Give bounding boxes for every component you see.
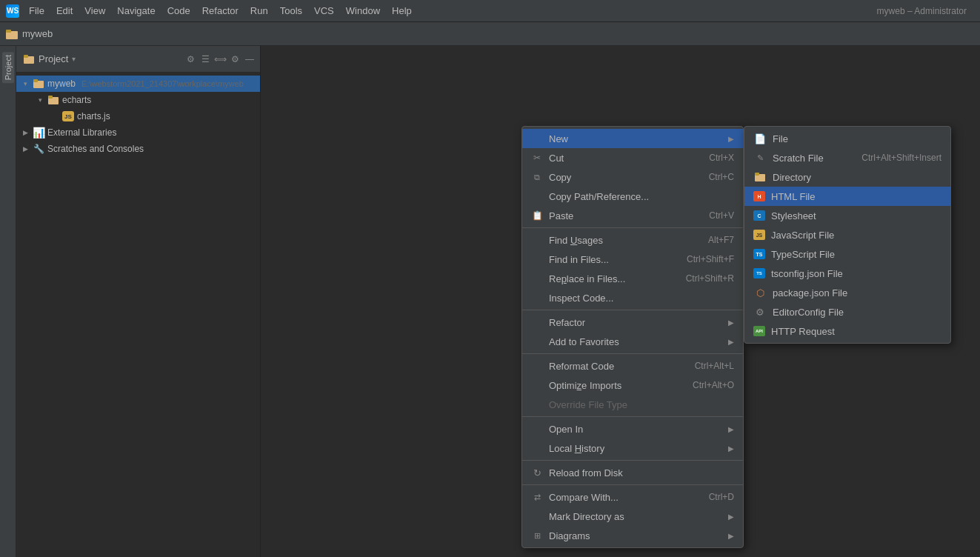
tree-item-scratches[interactable]: ▶ 🔧 Scratches and Consoles (16, 141, 260, 157)
menu-edit[interactable]: Edit (51, 3, 78, 19)
menu-vcs[interactable]: VCS (309, 3, 339, 19)
submenu-tsconfig[interactable]: TS tsconfig.json File (744, 264, 950, 283)
submenu-editorconfig[interactable]: ⚙ EditorConfig File (744, 302, 950, 321)
submenu-file[interactable]: 📄 File (744, 129, 950, 148)
panel-dropdown-button[interactable]: Project ▾ (21, 52, 79, 66)
submenu-js-label: JavaScript File (771, 230, 941, 241)
ctx-cut[interactable]: ✂ Cut Ctrl+X (522, 148, 743, 167)
ctx-inspect-icon (531, 292, 543, 304)
submenu-directory[interactable]: Directory (744, 167, 950, 187)
tree-item-myweb[interactable]: ▾ myweb E:\webstorm2021_214307\workplace… (16, 76, 260, 92)
gear-icon[interactable]: ⚙ (229, 53, 241, 65)
submenu-html[interactable]: H HTML File (744, 187, 950, 206)
menu-refactor[interactable]: Refactor (197, 3, 244, 19)
ctx-favorites[interactable]: Add to Favorites ▶ (522, 332, 743, 351)
ctx-paste[interactable]: 📋 Paste Ctrl+V (522, 206, 743, 225)
ctx-compare-label: Compare With... (549, 492, 703, 503)
ctx-refactor-label: Refactor (549, 317, 719, 328)
ctx-local-history-label: Local History (549, 443, 719, 454)
submenu-http-label: HTTP Request (771, 326, 941, 337)
submenu-editorconfig-icon: ⚙ (753, 305, 767, 318)
submenu-js[interactable]: JS JavaScript File (744, 225, 950, 244)
ctx-copy[interactable]: ⧉ Copy Ctrl+C (522, 167, 743, 187)
ctx-paste-icon: 📋 (531, 210, 543, 221)
ctx-reformat-shortcut: Ctrl+Alt+L (695, 361, 734, 371)
submenu-package[interactable]: ⬡ package.json File (744, 283, 950, 302)
ctx-replace-files-label: Replace in Files... (549, 273, 680, 284)
submenu-css[interactable]: C Stylesheet (744, 206, 950, 225)
ctx-reformat[interactable]: Reformat Code Ctrl+Alt+L (522, 356, 743, 376)
ctx-copy-path[interactable]: Copy Path/Reference... (522, 187, 743, 206)
submenu-html-label: HTML File (771, 191, 941, 202)
settings-icon[interactable]: ⚙ (184, 53, 196, 65)
menu-run[interactable]: Run (245, 3, 273, 19)
ctx-reformat-label: Reformat Code (549, 361, 689, 372)
menu-bar: File Edit View Navigate Code Refactor Ru… (24, 3, 873, 19)
submenu-scratch-shortcut: Ctrl+Alt+Shift+Insert (861, 153, 941, 163)
ctx-inspect-code[interactable]: Inspect Code... (522, 288, 743, 307)
submenu-file-label: File (773, 133, 941, 144)
ctx-refactor-arrow: ▶ (728, 318, 734, 327)
panel-title: Project (39, 53, 68, 64)
menu-file[interactable]: File (24, 3, 50, 19)
ctx-replace-files[interactable]: Replace in Files... Ctrl+Shift+R (522, 269, 743, 288)
ctx-open-in[interactable]: Open In ▶ (522, 419, 743, 438)
main-layout: Project Project ▾ ⚙ ☰ ⟺ ⚙ — ▾ (0, 46, 980, 557)
ctx-diagrams[interactable]: ⊞ Diagrams ▶ (522, 526, 743, 545)
ctx-compare-icon: ⇄ (531, 491, 543, 503)
menu-tools[interactable]: Tools (275, 3, 307, 19)
menu-view[interactable]: View (79, 3, 110, 19)
myweb-folder-icon (33, 78, 44, 90)
echarts-folder-icon (47, 94, 59, 106)
menu-code[interactable]: Code (162, 3, 196, 19)
context-menu: New ▶ ✂ Cut Ctrl+X ⧉ Copy Ctrl+C Copy Pa… (521, 126, 744, 548)
project-title: myweb (22, 28, 53, 39)
ctx-favorites-label: Add to Favorites (549, 336, 719, 347)
minimize-icon[interactable]: — (244, 53, 256, 65)
ctx-new[interactable]: New ▶ (522, 129, 743, 148)
side-tab-label[interactable]: Project (2, 52, 14, 83)
submenu-scratch[interactable]: ✎ Scratch File Ctrl+Alt+Shift+Insert (744, 148, 950, 167)
app-logo: WS (6, 4, 19, 18)
menu-help[interactable]: Help (387, 3, 417, 19)
ctx-sep-4 (522, 416, 743, 417)
submenu-ts[interactable]: TS TypeScript File (744, 244, 950, 264)
collapse-icon[interactable]: ☰ (199, 53, 211, 65)
ctx-find-files-shortcut: Ctrl+Shift+F (687, 254, 734, 264)
submenu-http[interactable]: API HTTP Request (744, 321, 950, 341)
expand-icon[interactable]: ⟺ (214, 53, 226, 65)
ctx-sep-5 (522, 460, 743, 461)
ctx-reload[interactable]: ↻ Reload from Disk (522, 463, 743, 482)
ctx-diagrams-icon: ⊞ (531, 530, 543, 541)
ctx-sep-6 (522, 484, 743, 485)
ctx-paste-shortcut: Ctrl+V (709, 210, 734, 221)
ctx-find-files[interactable]: Find in Files... Ctrl+Shift+F (522, 250, 743, 269)
menu-window[interactable]: Window (341, 3, 385, 19)
submenu-tsconfig-icon: TS (753, 268, 765, 278)
ctx-refactor-icon (531, 316, 543, 328)
ctx-favorites-arrow: ▶ (728, 338, 734, 346)
ctx-compare[interactable]: ⇄ Compare With... Ctrl+D (522, 487, 743, 507)
tree-item-charts-js[interactable]: ▶ JS charts.js (16, 108, 260, 124)
submenu-scratch-label: Scratch File (773, 153, 856, 164)
editor-area: ble Shift Go to File Ctrl+Shift+N Recent… (261, 46, 980, 557)
ctx-optimize[interactable]: Optimize Imports Ctrl+Alt+O (522, 376, 743, 395)
tree-item-external-libs[interactable]: ▶ 📊 External Libraries (16, 124, 260, 141)
tree-label-echarts: echarts (62, 95, 91, 105)
project-header: myweb (0, 22, 980, 46)
ctx-cut-icon: ✂ (531, 152, 543, 164)
menu-navigate[interactable]: Navigate (112, 3, 160, 19)
ctx-replace-files-icon (531, 273, 543, 284)
ctx-refactor[interactable]: Refactor ▶ (522, 313, 743, 332)
ctx-local-history[interactable]: Local History ▶ (522, 438, 743, 458)
ctx-find-usages[interactable]: Find Usages Alt+F7 (522, 230, 743, 250)
tree-label-myweb: myweb (47, 79, 76, 89)
tree-item-echarts[interactable]: ▾ echarts (16, 92, 260, 108)
ctx-new-label: New (549, 133, 719, 144)
tree-arrow-myweb: ▾ (21, 79, 30, 88)
ctx-mark-directory[interactable]: Mark Directory as ▶ (522, 507, 743, 526)
ctx-override-filetype: Override File Type (522, 395, 743, 414)
ctx-mark-dir-icon (531, 510, 543, 522)
title-bar: WS File Edit View Navigate Code Refactor… (0, 0, 980, 22)
ctx-compare-shortcut: Ctrl+D (709, 492, 734, 502)
